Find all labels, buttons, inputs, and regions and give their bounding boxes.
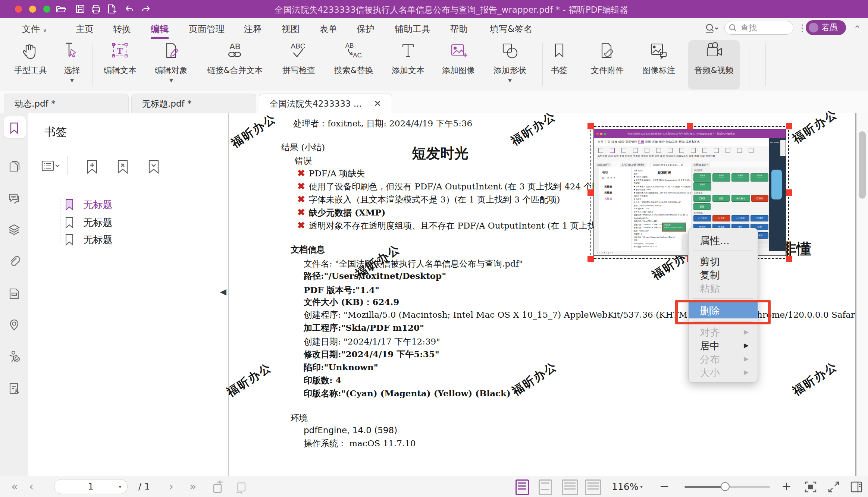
- sidebar-fields-icon[interactable]: [7, 287, 21, 301]
- next-view-icon[interactable]: [233, 480, 248, 494]
- bookmark-item-1-selected[interactable]: 无标题: [64, 198, 112, 211]
- zoom-slider-knob[interactable]: [721, 482, 730, 491]
- add-shape-dropdown-arrow[interactable]: ▼: [486, 78, 534, 83]
- add-bookmark-icon[interactable]: [84, 158, 100, 175]
- fit-page-icon[interactable]: [804, 481, 817, 493]
- first-page-button[interactable]: «: [11, 480, 18, 493]
- sidebar-destinations-icon[interactable]: [7, 318, 21, 332]
- previous-view-icon[interactable]: [211, 480, 226, 494]
- bookmark-item-3[interactable]: 无标题: [64, 233, 112, 246]
- menu-fill-sign[interactable]: 填写&签名: [490, 23, 533, 35]
- delete-bookmark-icon[interactable]: [115, 158, 131, 175]
- tab-untitled[interactable]: 无标题.pdf *: [131, 94, 256, 113]
- close-tab-icon[interactable]: ✕: [374, 98, 381, 109]
- menu-page-manage[interactable]: 页面管理: [189, 23, 225, 35]
- close-window-button[interactable]: [15, 6, 22, 13]
- view-two-page-continuous-icon[interactable]: [585, 479, 601, 495]
- page-number-input[interactable]: 1 ▾: [54, 479, 128, 494]
- selection-handle-mid-left[interactable]: [587, 189, 594, 196]
- bookmark-tool-button[interactable]: 书签: [535, 41, 583, 76]
- edit-object-dropdown-arrow[interactable]: ▼: [147, 78, 195, 83]
- view-single-page-icon[interactable]: [539, 479, 552, 495]
- sidebar-signature-icon[interactable]: [7, 382, 21, 395]
- minimize-window-button[interactable]: [29, 6, 36, 13]
- link-join-text-button[interactable]: AB 链接&合并文本: [203, 41, 267, 76]
- image-annotation-button[interactable]: 图像标注: [634, 41, 683, 76]
- sidebar-pages-icon[interactable]: [7, 160, 21, 173]
- selection-handle-bottom-left[interactable]: [587, 256, 594, 262]
- tab-dongtai[interactable]: 动态.pdf *: [4, 94, 129, 113]
- menu-accessibility[interactable]: 辅助工具: [395, 23, 430, 35]
- menu-edit[interactable]: 编辑: [151, 23, 169, 39]
- menu-home[interactable]: 主页: [76, 23, 94, 35]
- add-shape-button[interactable]: 添加形状 ▼: [486, 41, 534, 83]
- menu-file[interactable]: 文件 ∨: [22, 23, 47, 35]
- menu-comment[interactable]: 注释: [244, 23, 262, 35]
- last-page-button[interactable]: »: [189, 480, 196, 493]
- save-icon[interactable]: [75, 3, 86, 15]
- expand-bookmark-icon[interactable]: [145, 158, 162, 175]
- fullscreen-icon[interactable]: [827, 481, 841, 493]
- sidebar-bookmark-icon[interactable]: [7, 121, 21, 135]
- search-replace-button[interactable]: ABAC 搜索&替换: [329, 41, 378, 76]
- collapse-toolbar-icon[interactable]: ⌃: [853, 24, 861, 34]
- sidebar-accessibility-icon[interactable]: [7, 350, 21, 364]
- open-file-icon[interactable]: [55, 3, 66, 15]
- selection-handle-top-right[interactable]: [786, 123, 792, 129]
- redo-icon[interactable]: [140, 3, 151, 15]
- zoom-slider-track-left[interactable]: [684, 486, 726, 488]
- new-document-icon[interactable]: [106, 3, 117, 15]
- menu-help[interactable]: 帮助: [450, 23, 468, 35]
- file-attachment-button[interactable]: 文件附件: [583, 41, 632, 76]
- spell-check-button[interactable]: ABC 拼写检查: [275, 41, 323, 76]
- view-continuous-icon[interactable]: [516, 479, 529, 495]
- menu-form[interactable]: 表单: [319, 23, 337, 35]
- view-two-page-icon[interactable]: [562, 479, 578, 495]
- edit-object-button[interactable]: 编辑对象 ▼: [147, 41, 195, 83]
- context-item-align[interactable]: 对齐: [700, 326, 720, 339]
- selection-handle-top-center[interactable]: [687, 123, 693, 129]
- add-image-button[interactable]: 添加图像: [434, 41, 483, 76]
- menu-convert[interactable]: 转换: [113, 23, 131, 35]
- prev-page-button[interactable]: ‹: [29, 480, 34, 493]
- menu-protect[interactable]: 保护: [357, 23, 375, 35]
- bookmark-list-options-icon[interactable]: [41, 159, 61, 174]
- context-item-properties[interactable]: 属性...: [700, 234, 730, 248]
- print-icon[interactable]: [90, 3, 101, 15]
- context-item-distribute[interactable]: 分布: [700, 353, 720, 366]
- collapse-panel-arrow[interactable]: ◀: [220, 287, 226, 296]
- context-item-center[interactable]: 居中: [700, 339, 720, 353]
- sidebar-layers-icon[interactable]: [7, 223, 21, 237]
- side-panel-icon[interactable]: [850, 481, 863, 493]
- zoom-out-button[interactable]: −: [659, 479, 670, 493]
- audio-video-button[interactable]: 音频&视频: [690, 41, 738, 76]
- sidebar-comments-icon[interactable]: [7, 191, 21, 205]
- sidebar-attachments-icon[interactable]: [7, 255, 21, 269]
- undo-icon[interactable]: [123, 3, 134, 15]
- next-page-button[interactable]: ›: [169, 480, 173, 493]
- page-dropdown-arrow[interactable]: ▾: [119, 484, 121, 490]
- maximize-window-button[interactable]: [43, 6, 50, 13]
- edit-text-button[interactable]: T 编辑文本: [96, 41, 144, 76]
- select-dropdown-arrow[interactable]: ▼: [48, 78, 96, 83]
- vertical-scrollbar-thumb[interactable]: [859, 131, 866, 199]
- user-account-button[interactable]: 若愚: [806, 20, 846, 35]
- context-item-cut[interactable]: 剪切: [700, 255, 720, 268]
- zoom-dropdown-arrow[interactable]: ▾: [640, 484, 643, 490]
- tab-active-document[interactable]: 全国法院失4233333 ... ✕: [259, 94, 392, 113]
- search-input-box[interactable]: 查找: [724, 21, 793, 35]
- zoom-percentage[interactable]: 116%: [612, 481, 638, 492]
- zoom-in-button[interactable]: +: [781, 479, 792, 493]
- selection-handle-mid-right[interactable]: [786, 189, 792, 196]
- select-tool-button[interactable]: 选择 ▼: [48, 41, 96, 83]
- selection-handle-bottom-right[interactable]: [786, 256, 792, 262]
- context-item-paste[interactable]: 粘贴: [700, 282, 720, 295]
- bookmark-item-2[interactable]: 无标题: [64, 216, 112, 229]
- menu-view[interactable]: 视图: [282, 23, 300, 35]
- selection-handle-top-left[interactable]: [587, 123, 594, 129]
- add-text-button[interactable]: 添加文本: [384, 41, 432, 76]
- zoom-slider-track-right[interactable]: [726, 486, 770, 488]
- context-item-size[interactable]: 大小: [700, 366, 720, 380]
- context-item-copy[interactable]: 复制: [700, 268, 720, 282]
- search-settings-icon[interactable]: [704, 22, 718, 34]
